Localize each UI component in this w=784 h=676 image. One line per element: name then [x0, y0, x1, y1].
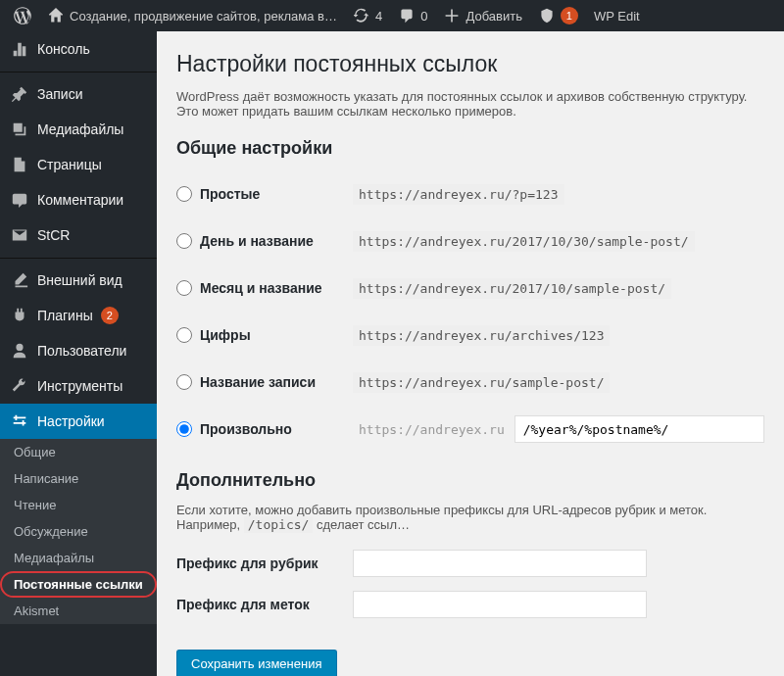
wp-logo[interactable]	[6, 0, 39, 31]
shield-icon	[538, 7, 556, 24]
permalink-option-day-name: День и название https://andreyex.ru/2017…	[176, 217, 764, 265]
wordpress-icon	[14, 7, 31, 24]
notifications-link[interactable]: 1	[530, 0, 586, 31]
option-label: Цифры	[200, 327, 251, 343]
option-sample: https://andreyex.ru/2017/10/30/sample-po…	[353, 231, 695, 252]
sidebar-item-pages[interactable]: Страницы	[0, 147, 157, 182]
sidebar-item-users[interactable]: Пользователи	[0, 333, 157, 368]
radio-custom[interactable]	[176, 421, 192, 437]
option-sample: https://andreyex.ru/2017/10/sample-post/	[353, 278, 671, 299]
sidebar-item-label: Записи	[37, 86, 82, 102]
submenu-reading[interactable]: Чтение	[0, 492, 157, 518]
sidebar-item-tools[interactable]: Инструменты	[0, 368, 157, 404]
custom-structure-input[interactable]	[514, 415, 764, 443]
sidebar-item-media[interactable]: Медиафайлы	[0, 112, 157, 147]
sliders-icon	[10, 411, 29, 431]
additional-description: Если хотите, можно добавить произвольные…	[176, 503, 764, 532]
sidebar-item-label: Комментарии	[37, 192, 123, 208]
submenu-akismet[interactable]: Akismet	[0, 598, 157, 624]
sidebar-item-label: Консоль	[37, 41, 90, 57]
tag-prefix-label: Префикс для меток	[176, 597, 353, 612]
radio-postname[interactable]	[176, 374, 192, 390]
update-icon	[353, 7, 370, 24]
page-icon	[10, 155, 29, 174]
submenu-permalinks[interactable]: Постоянные ссылки	[0, 571, 157, 598]
wpedit-link[interactable]: WP Edit	[586, 0, 648, 31]
save-button[interactable]: Сохранить изменения	[176, 650, 337, 676]
sidebar-item-label: StCR	[37, 227, 70, 243]
option-label: Простые	[200, 186, 260, 202]
sidebar-item-plugins[interactable]: Плагины 2	[0, 298, 157, 333]
option-sample: https://andreyex.ru/sample-post/	[353, 372, 610, 393]
site-home-link[interactable]: Создание, продвижение сайтов, реклама в…	[39, 0, 345, 31]
sidebar-item-stcr[interactable]: StCR	[0, 217, 157, 253]
category-prefix-input[interactable]	[353, 550, 647, 577]
settings-submenu: Общие Написание Чтение Обсуждение Медиаф…	[0, 439, 157, 624]
sidebar-item-dashboard[interactable]: Консоль	[0, 31, 157, 67]
tag-prefix-row: Префикс для меток	[176, 591, 764, 618]
wpedit-label: WP Edit	[594, 9, 640, 24]
submenu-general[interactable]: Общие	[0, 439, 157, 465]
sidebar-item-label: Плагины	[37, 308, 93, 323]
comment-icon	[398, 7, 416, 24]
option-label: День и название	[200, 233, 314, 249]
comments-link[interactable]: 0	[390, 0, 435, 31]
radio-numeric[interactable]	[176, 327, 192, 343]
sidebar-item-label: Внешний вид	[37, 272, 122, 288]
add-new-link[interactable]: Добавить	[435, 0, 529, 31]
sidebar-item-label: Инструменты	[37, 378, 122, 394]
sidebar-item-comments[interactable]: Комментарии	[0, 182, 157, 217]
category-prefix-label: Префикс для рубрик	[176, 555, 353, 571]
sidebar-item-label: Страницы	[37, 157, 102, 172]
permalink-option-month-name: Месяц и название https://andreyex.ru/201…	[176, 265, 764, 312]
add-new-label: Добавить	[466, 9, 521, 24]
permalink-option-postname: Название записи https://andreyex.ru/samp…	[176, 359, 764, 406]
sidebar-item-settings[interactable]: Настройки	[0, 404, 157, 439]
submenu-media[interactable]: Медиафайлы	[0, 545, 157, 571]
mail-icon	[10, 225, 29, 245]
wrench-icon	[10, 376, 29, 396]
site-title: Создание, продвижение сайтов, реклама в…	[70, 9, 337, 24]
radio-day-name[interactable]	[176, 233, 192, 249]
brush-icon	[10, 270, 29, 290]
sidebar-item-label: Настройки	[37, 413, 105, 429]
plugin-icon	[10, 306, 29, 325]
dashboard-icon	[10, 39, 29, 59]
radio-month-name[interactable]	[176, 280, 192, 296]
radio-plain[interactable]	[176, 186, 192, 202]
option-sample: https://andreyex.ru/archives/123	[353, 325, 610, 346]
option-label: Название записи	[200, 374, 316, 390]
media-icon	[10, 120, 29, 139]
updates-link[interactable]: 4	[345, 0, 390, 31]
sidebar-item-posts[interactable]: Записи	[0, 76, 157, 112]
sidebar-item-appearance[interactable]: Внешний вид	[0, 263, 157, 298]
option-label: Месяц и название	[200, 280, 322, 296]
page-title: Настройки постоянных ссылок	[176, 51, 764, 77]
admin-sidebar: Консоль Записи Медиафайлы Страницы Комме…	[0, 31, 157, 676]
option-label: Произвольно	[200, 421, 292, 437]
option-sample: https://andreyex.ru/?p=123	[353, 184, 564, 205]
permalink-option-custom: Произвольно https://andreyex.ru	[176, 406, 764, 453]
pin-icon	[10, 84, 29, 104]
sidebar-item-label: Пользователи	[37, 343, 126, 359]
section-common-heading: Общие настройки	[176, 138, 764, 159]
updates-count: 4	[375, 9, 382, 24]
plugins-badge: 2	[101, 307, 119, 324]
submenu-writing[interactable]: Написание	[0, 465, 157, 492]
permalink-option-plain: Простые https://andreyex.ru/?p=123	[176, 170, 764, 217]
custom-prefix: https://andreyex.ru	[353, 419, 511, 440]
submenu-discussion[interactable]: Обсуждение	[0, 518, 157, 545]
home-icon	[47, 7, 65, 24]
notifications-badge: 1	[561, 7, 578, 24]
page-description: WordPress даёт возможность указать для п…	[176, 89, 764, 119]
example-code: /topics/	[244, 516, 314, 533]
admin-toolbar: Создание, продвижение сайтов, реклама в……	[0, 0, 784, 31]
tag-prefix-input[interactable]	[353, 591, 647, 618]
permalink-option-numeric: Цифры https://andreyex.ru/archives/123	[176, 312, 764, 359]
plus-icon	[443, 7, 461, 24]
comment-icon	[10, 190, 29, 210]
category-prefix-row: Префикс для рубрик	[176, 550, 764, 577]
section-additional-heading: Дополнительно	[176, 470, 764, 491]
sidebar-item-label: Медиафайлы	[37, 121, 123, 137]
main-content: Настройки постоянных ссылок WordPress да…	[157, 31, 784, 676]
